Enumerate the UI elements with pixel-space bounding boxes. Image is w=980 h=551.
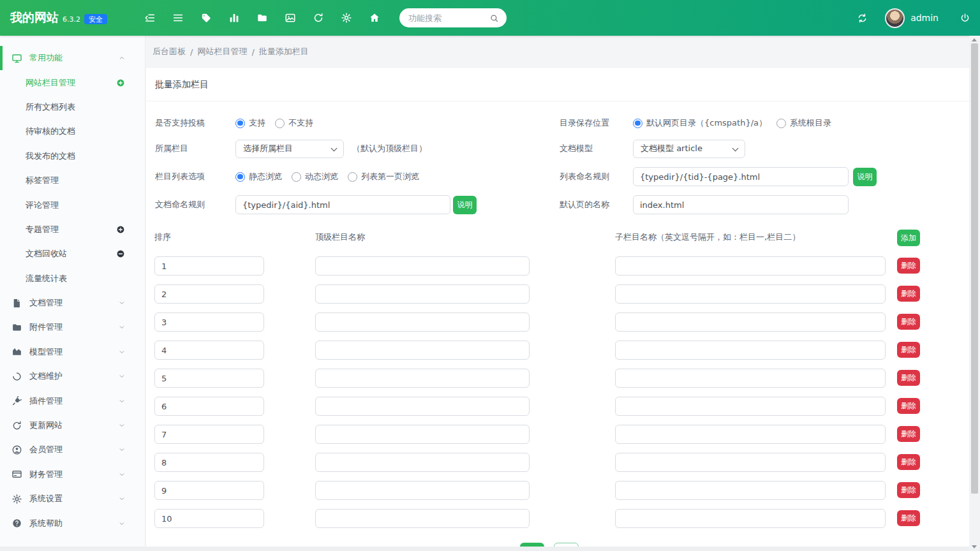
sort-input[interactable]: [154, 481, 264, 500]
sidebar-section-credit-card[interactable]: 财务管理: [0, 462, 145, 487]
delete-row-button[interactable]: 删除: [897, 258, 920, 274]
delete-row-button[interactable]: 删除: [897, 454, 920, 470]
gear-icon[interactable]: [341, 12, 352, 24]
doc-naming-help-button[interactable]: 说明: [453, 196, 477, 214]
delete-row-button[interactable]: 删除: [897, 370, 920, 386]
sidebar-section-circle-notch[interactable]: 文档维护: [0, 364, 145, 388]
image-icon[interactable]: [285, 12, 296, 24]
sidebar-item[interactable]: 所有文档列表: [0, 95, 145, 119]
top-name-input[interactable]: [315, 509, 530, 528]
sidebar-item[interactable]: 评论管理: [0, 193, 145, 217]
sidebar-section-monitor[interactable]: 常用功能: [0, 46, 145, 70]
sort-input[interactable]: [154, 509, 264, 528]
sub-name-input[interactable]: [615, 284, 886, 304]
sidebar-section-user-circle[interactable]: 会员管理: [0, 437, 145, 462]
breadcrumb-item[interactable]: 后台面板: [152, 46, 186, 57]
scroll-up-arrow-icon[interactable]: [972, 38, 977, 41]
sort-input[interactable]: [154, 284, 264, 304]
top-name-input[interactable]: [315, 397, 530, 416]
sort-input[interactable]: [154, 453, 264, 472]
top-name-input[interactable]: [315, 284, 530, 304]
top-name-input[interactable]: [315, 425, 530, 444]
add-icon[interactable]: [116, 78, 125, 87]
sub-name-input[interactable]: [615, 481, 886, 500]
sort-input[interactable]: [154, 425, 264, 444]
sub-name-input[interactable]: [615, 453, 886, 472]
search-icon[interactable]: [489, 13, 499, 23]
list-naming-input[interactable]: [633, 167, 849, 186]
top-name-input[interactable]: [315, 481, 530, 500]
sidebar-item[interactable]: 专题管理: [0, 217, 145, 242]
power-icon[interactable]: [960, 13, 970, 24]
breadcrumb-item[interactable]: 网站栏目管理: [197, 46, 247, 57]
sub-name-input[interactable]: [615, 256, 886, 276]
sidebar-section-refresh[interactable]: 更新网站: [0, 413, 145, 437]
radio-option-no-support[interactable]: 不支持: [275, 117, 313, 129]
sidebar-item[interactable]: 网站栏目管理: [0, 70, 145, 94]
remove-icon[interactable]: [116, 249, 125, 258]
tag-icon[interactable]: [200, 12, 212, 24]
delete-row-button[interactable]: 删除: [897, 426, 920, 442]
sidebar-section-area-chart[interactable]: 模型管理: [0, 340, 145, 364]
delete-row-button[interactable]: 删除: [897, 510, 920, 526]
radio-option-support[interactable]: 支持: [235, 117, 265, 129]
radio-option-root-dir[interactable]: 系统根目录: [776, 117, 831, 129]
home-icon[interactable]: [369, 12, 380, 24]
add-icon[interactable]: [116, 225, 125, 234]
add-row-button[interactable]: 添加: [897, 230, 920, 246]
sort-input[interactable]: [154, 369, 264, 388]
scroll-down-arrow-icon[interactable]: [972, 545, 977, 548]
doc-model-select[interactable]: 文档模型 article: [633, 140, 745, 158]
sub-name-input[interactable]: [615, 312, 886, 332]
delete-row-button[interactable]: 删除: [897, 482, 920, 498]
sidebar-item[interactable]: 我发布的文档: [0, 144, 145, 168]
top-name-input[interactable]: [315, 312, 530, 332]
sort-input[interactable]: [154, 256, 264, 276]
delete-row-button[interactable]: 删除: [897, 286, 920, 302]
delete-row-button[interactable]: 删除: [897, 342, 920, 358]
folder-icon[interactable]: [256, 12, 268, 24]
sort-input[interactable]: [154, 341, 264, 360]
sidebar-section-folder[interactable]: 附件管理: [0, 315, 145, 339]
radio-option-first-page[interactable]: 列表第一页浏览: [348, 171, 419, 182]
radio-option-dynamic[interactable]: 动态浏览: [292, 171, 338, 182]
top-name-input[interactable]: [315, 369, 530, 388]
sidebar-section-file[interactable]: 文档管理: [0, 291, 145, 315]
toggle-sidebar-icon[interactable]: [144, 12, 156, 24]
chevron-down-icon: [118, 348, 126, 356]
avatar[interactable]: [885, 8, 905, 28]
parent-category-select[interactable]: 选择所属栏目: [235, 140, 344, 158]
vertical-scrollbar[interactable]: [969, 36, 980, 551]
sort-input[interactable]: [154, 397, 264, 416]
sub-name-input[interactable]: [615, 425, 886, 444]
sub-name-input[interactable]: [615, 509, 886, 528]
radio-option-static[interactable]: 静态浏览: [235, 171, 282, 182]
sidebar-section-gear[interactable]: 系统设置: [0, 487, 145, 511]
username-label[interactable]: admin: [910, 13, 939, 23]
top-name-input[interactable]: [315, 256, 530, 276]
sub-name-input[interactable]: [615, 369, 886, 388]
doc-naming-input[interactable]: [235, 195, 450, 214]
chart-icon[interactable]: [228, 12, 240, 24]
refresh-icon[interactable]: [313, 12, 324, 24]
sort-input[interactable]: [154, 312, 264, 332]
delete-row-button[interactable]: 删除: [897, 398, 920, 414]
sub-name-input[interactable]: [615, 341, 886, 360]
menu-icon[interactable]: [172, 12, 184, 24]
sync-icon[interactable]: [857, 13, 868, 24]
radio-option-web-dir[interactable]: 默认网页目录（{cmspath}/a）: [633, 117, 767, 129]
sidebar-section-help[interactable]: 系统帮助: [0, 511, 145, 535]
sidebar-item[interactable]: 流量统计表: [0, 267, 145, 291]
sidebar-item[interactable]: 文档回收站: [0, 242, 145, 266]
sub-name-input[interactable]: [615, 397, 886, 416]
delete-row-button[interactable]: 删除: [897, 314, 920, 330]
sidebar-section-plugin[interactable]: 插件管理: [0, 388, 145, 413]
default-page-input[interactable]: [633, 195, 849, 214]
scrollbar-thumb[interactable]: [971, 43, 978, 494]
top-name-input[interactable]: [315, 453, 530, 472]
top-name-input[interactable]: [315, 341, 530, 360]
search-input[interactable]: [407, 13, 484, 24]
sidebar-item[interactable]: 待审核的文档: [0, 119, 145, 143]
sidebar-item[interactable]: 标签管理: [0, 168, 145, 193]
list-naming-help-button[interactable]: 说明: [853, 168, 877, 186]
